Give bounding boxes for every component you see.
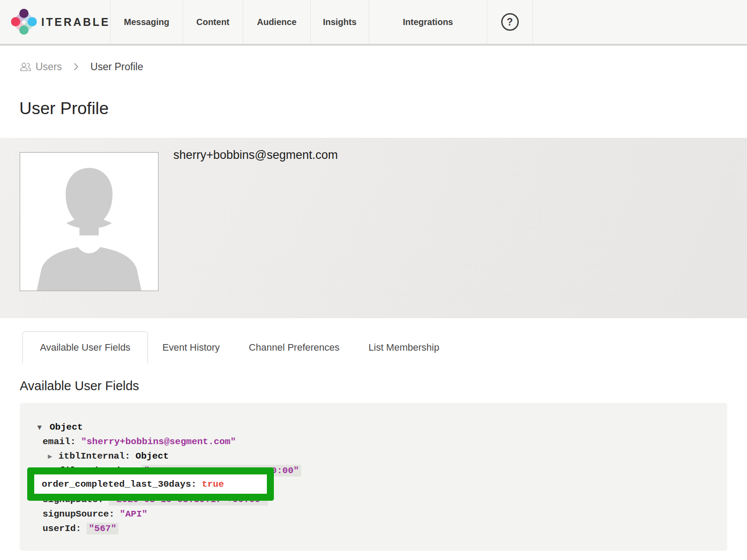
chevron-right-icon <box>73 62 79 71</box>
nav-item-audience[interactable]: Audience <box>243 0 311 44</box>
highlighted-json-row: order_completed_last_30days:true <box>34 474 267 492</box>
tab-channel-preferences[interactable]: Channel Preferences <box>234 331 354 363</box>
breadcrumb-users-label: Users <box>36 61 62 73</box>
json-key: signupSource: <box>43 509 115 519</box>
json-value: "sherry+bobbins@segment.com" <box>81 437 236 447</box>
json-key: order_completed_last_30days: <box>42 479 197 489</box>
nav-item-insights[interactable]: Insights <box>311 0 369 44</box>
json-row-itblinternal: ▶itblInternal:Object <box>37 449 727 463</box>
nav-spacer <box>533 0 747 44</box>
nav-help-section: ? <box>487 0 533 44</box>
nav-item-content[interactable]: Content <box>183 0 243 44</box>
avatar <box>20 152 158 291</box>
expand-triangle-icon[interactable]: ▶ <box>48 449 54 463</box>
json-row-userid: userId:"567" <box>37 521 727 536</box>
user-fields-json-panel: ▼Object email:"sherry+bobbins@segment.co… <box>20 403 727 551</box>
nav-item-integrations[interactable]: Integrations <box>369 0 487 44</box>
breadcrumb-users-link[interactable]: Users <box>19 61 62 73</box>
json-row-email: email:"sherry+bobbins@segment.com" <box>37 434 727 449</box>
iterable-logo-icon <box>11 8 34 36</box>
json-value: "API" <box>120 509 147 519</box>
json-key: userId: <box>43 524 81 534</box>
section-heading: Available User Fields <box>20 378 747 393</box>
tab-event-history[interactable]: Event History <box>148 331 234 363</box>
users-icon <box>19 61 32 72</box>
nav-item-messaging[interactable]: Messaging <box>111 0 183 44</box>
json-value: Object <box>136 451 169 461</box>
brand-logo[interactable]: ITERABLE <box>0 0 111 44</box>
breadcrumb-current: User Profile <box>90 61 143 73</box>
tab-bar: Available User Fields Event History Chan… <box>22 331 747 363</box>
tab-available-user-fields[interactable]: Available User Fields <box>22 331 148 363</box>
annotation-highlight-box: order_completed_last_30days:true <box>27 467 274 501</box>
json-row-signupsource: signupSource:"API" <box>37 507 727 521</box>
user-profile-page: ITERABLE Messaging Content Audience Insi… <box>0 0 747 560</box>
collapse-triangle-icon[interactable]: ▼ <box>37 420 44 434</box>
json-value: true <box>202 479 224 489</box>
tab-list-membership[interactable]: List Membership <box>354 331 454 363</box>
root-object-label: Object <box>50 422 83 432</box>
json-row-root: ▼Object <box>37 420 727 434</box>
brand-wordmark: ITERABLE <box>41 16 110 29</box>
help-icon[interactable]: ? <box>501 13 519 31</box>
json-key: itblInternal: <box>58 451 130 461</box>
json-value: "567" <box>86 523 119 535</box>
breadcrumb: Users User Profile <box>19 61 747 73</box>
top-nav: ITERABLE Messaging Content Audience Insi… <box>0 0 747 46</box>
profile-band: sherry+bobbins@segment.com <box>0 138 747 318</box>
json-key: email: <box>43 437 76 447</box>
page-title: User Profile <box>19 98 747 118</box>
profile-email: sherry+bobbins@segment.com <box>173 148 338 162</box>
